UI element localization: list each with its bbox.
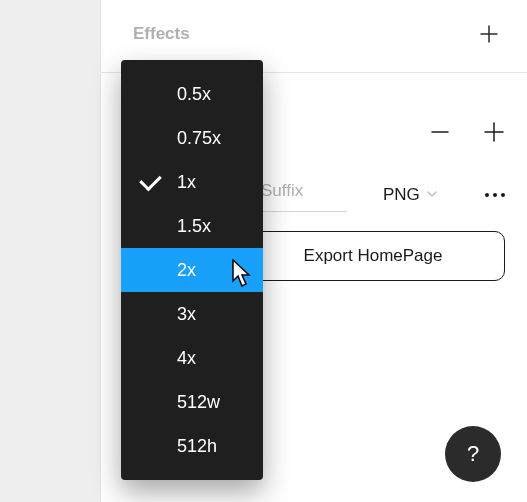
export-button-label: Export HomePage	[304, 246, 443, 266]
scale-option-512w[interactable]: 512w	[121, 380, 263, 424]
scale-option-label: 512w	[177, 392, 220, 413]
scale-option-label: 512h	[177, 436, 217, 457]
scale-option-label: 1x	[177, 172, 196, 193]
scale-option-label: 0.75x	[177, 128, 221, 149]
remove-export-button[interactable]	[429, 121, 451, 143]
help-label: ?	[467, 441, 479, 467]
scale-option-0-75x[interactable]: 0.75x	[121, 116, 263, 160]
format-select[interactable]: PNG	[377, 181, 444, 209]
scale-option-label: 4x	[177, 348, 196, 369]
suffix-input[interactable]: Suffix	[257, 177, 347, 212]
effects-title: Effects	[133, 24, 190, 44]
scale-option-0-5x[interactable]: 0.5x	[121, 72, 263, 116]
scale-option-label: 1.5x	[177, 216, 211, 237]
scale-option-label: 0.5x	[177, 84, 211, 105]
scale-option-1-5x[interactable]: 1.5x	[121, 204, 263, 248]
add-effect-button[interactable]	[479, 24, 499, 44]
more-options-button[interactable]	[485, 193, 505, 197]
scale-dropdown[interactable]: 0.5x0.75x1x1.5x2x3x4x512w512h	[121, 60, 263, 480]
export-button[interactable]: Export HomePage	[241, 231, 505, 281]
scale-option-3x[interactable]: 3x	[121, 292, 263, 336]
chevron-down-icon	[426, 185, 438, 205]
add-export-button[interactable]	[483, 121, 505, 143]
scale-option-512h[interactable]: 512h	[121, 424, 263, 468]
scale-option-2x[interactable]: 2x	[121, 248, 263, 292]
scale-option-4x[interactable]: 4x	[121, 336, 263, 380]
format-label: PNG	[383, 185, 420, 205]
scale-option-label: 2x	[177, 260, 196, 281]
effects-section-header: Effects	[101, 0, 527, 54]
left-gutter	[0, 0, 100, 502]
help-button[interactable]: ?	[445, 426, 501, 482]
scale-option-1x[interactable]: 1x	[121, 160, 263, 204]
scale-option-label: 3x	[177, 304, 196, 325]
